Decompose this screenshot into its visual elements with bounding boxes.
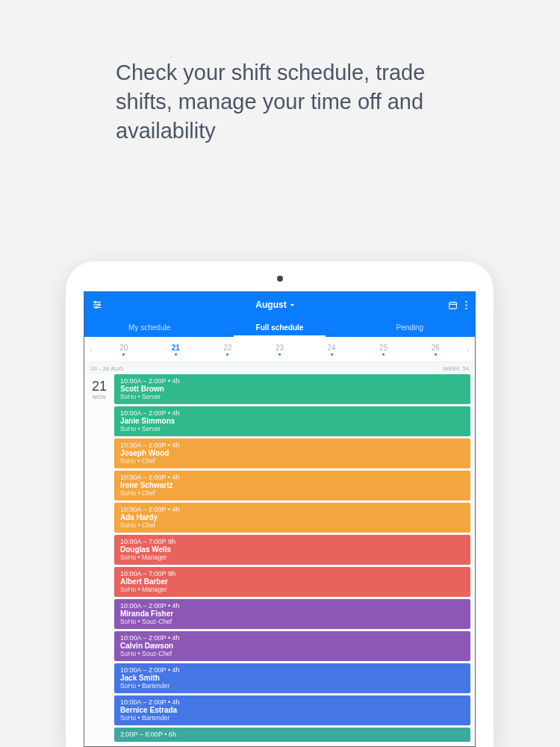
shift-time: 10:00A – 2:00P • 4h (120, 698, 464, 706)
shift-card[interactable]: 2:00P – 8:00P • 6h (114, 728, 470, 742)
tab-bar: My scheduleFull schedulePending (84, 317, 475, 337)
shift-location-role: SoHo • Chef (120, 457, 464, 465)
shift-employee: Jack Smith (120, 674, 464, 682)
date-column: 21 MON (84, 374, 114, 744)
shift-location-role: SoHo • Chef (120, 521, 464, 529)
app-screen: August My scheduleFull schedulePending ‹… (84, 291, 476, 747)
shift-employee: Joseph Wood (120, 449, 464, 457)
shift-card[interactable]: 10:00A – 7:00P 9hDouglas WellsSoHo • Man… (114, 535, 470, 565)
shift-time: 10:00A – 2:00P • 4h (120, 666, 464, 674)
day-number: 22 (202, 344, 254, 352)
app-bar: August (84, 292, 475, 317)
day-number: 23 (254, 344, 306, 352)
week-number-label: WEEK 34 (443, 365, 469, 372)
svg-point-10 (465, 300, 467, 302)
shift-location-role: SoHo • Souz-Chef (120, 618, 464, 625)
shift-employee: Janie Simmons (120, 417, 464, 425)
shift-card[interactable]: 10:00A – 2:00P • 4hScott BrownSoHo • Ser… (114, 374, 470, 404)
tab-my-schedule[interactable]: My schedule (84, 317, 214, 337)
shift-list: 10:00A – 2:00P • 4hScott BrownSoHo • Ser… (114, 374, 475, 744)
shift-location-role: SoHo • Manager (120, 554, 464, 561)
svg-point-11 (465, 304, 467, 306)
shift-employee: Douglas Wells (120, 545, 464, 554)
tab-pending[interactable]: Pending (345, 317, 475, 337)
shift-time: 10:00A – 7:00P 9h (120, 570, 464, 577)
shift-location-role: SoHo • Manager (120, 586, 464, 593)
current-date-number: 21 (84, 379, 114, 394)
shift-card[interactable]: 10:00A – 2:00P • 4hIrene SchwartzSoHo • … (114, 471, 470, 500)
day-number: 20 (98, 344, 150, 352)
shift-employee: Scott Brown (120, 385, 464, 393)
shift-card[interactable]: 10:00A – 2:00P • 4hJoseph WoodSoHo • Che… (114, 438, 470, 468)
svg-rect-6 (449, 302, 457, 309)
day-list: 20212223242526 (98, 344, 461, 356)
day-dot-icon (279, 353, 281, 356)
shift-location-role: SoHo • Server (120, 393, 464, 400)
next-week-button[interactable]: › (461, 345, 475, 354)
shift-location-role: SoHo • Bartender (120, 714, 464, 722)
tab-full-schedule[interactable]: Full schedule (214, 317, 344, 337)
day-dot-icon (435, 353, 437, 356)
shift-card[interactable]: 10:00A – 2:00P • 4hMiranda FisherSoHo • … (114, 599, 470, 629)
shift-time: 2:00P – 8:00P • 6h (120, 731, 464, 738)
day-24[interactable]: 24 (305, 344, 358, 356)
shift-time: 10:00A – 2:00P • 4h (120, 602, 464, 610)
shift-employee: Ada Hardy (120, 513, 464, 521)
day-dot-icon (226, 353, 228, 356)
shift-location-role: SoHo • Server (120, 425, 464, 433)
svg-point-12 (465, 307, 467, 309)
shift-location-role: SoHo • Bartender (120, 682, 464, 689)
day-23[interactable]: 23 (254, 344, 306, 356)
tablet-camera (277, 276, 283, 282)
month-selector[interactable]: August (255, 300, 294, 310)
shift-employee: Irene Schwartz (120, 481, 464, 489)
day-20[interactable]: 20 (98, 344, 150, 356)
day-number: 26 (409, 344, 461, 352)
calendar-today-icon[interactable] (448, 300, 458, 310)
current-day-name: MON (84, 394, 114, 400)
shift-time: 10:00A – 2:00P • 4h (120, 441, 464, 449)
shift-location-role: SoHo • Chef (120, 489, 464, 497)
shift-location-role: SoHo • Souz-Chef (120, 650, 464, 657)
day-selector-bar: ‹ 20212223242526 › (84, 337, 475, 362)
shift-employee: Bernice Estrada (120, 706, 464, 714)
day-dot-icon (331, 353, 333, 356)
shift-card[interactable]: 10:00A – 2:00P • 4hAda HardySoHo • Chef (114, 503, 470, 533)
schedule-content: 21 MON 10:00A – 2:00P • 4hScott BrownSoH… (84, 374, 475, 744)
shift-time: 10:00A – 7:00P 9h (120, 538, 464, 545)
day-dot-icon (122, 353, 125, 356)
svg-point-4 (98, 304, 99, 306)
week-info-bar: 20 - 26 AUG WEEK 34 (84, 362, 475, 374)
headline-text: Check your shift schedule, trade shifts,… (116, 58, 485, 146)
svg-point-5 (96, 306, 97, 308)
day-26[interactable]: 26 (409, 344, 461, 356)
prev-week-button[interactable]: ‹ (84, 345, 98, 354)
day-dot-icon (382, 353, 385, 356)
settings-sliders-icon[interactable] (92, 300, 102, 310)
day-number: 25 (358, 344, 410, 352)
date-range-label: 20 - 26 AUG (90, 365, 124, 372)
day-22[interactable]: 22 (202, 344, 254, 356)
shift-time: 10:00A – 2:00P • 4h (120, 634, 464, 642)
shift-card[interactable]: 10:00A – 7:00P 9hAlbert BarberSoHo • Man… (114, 567, 470, 597)
shift-employee: Miranda Fisher (120, 610, 464, 618)
chevron-down-icon (290, 303, 295, 308)
shift-employee: Albert Barber (120, 577, 464, 586)
shift-card[interactable]: 10:00A – 2:00P • 4hCalvin DawsonSoHo • S… (114, 631, 470, 661)
shift-card[interactable]: 10:00A – 2:00P • 4hJack SmithSoHo • Bart… (114, 663, 470, 693)
tablet-frame: August My scheduleFull schedulePending ‹… (66, 261, 494, 747)
shift-card[interactable]: 10:00A – 2:00P • 4hJanie SimmonsSoHo • S… (114, 406, 470, 436)
shift-employee: Calvin Dawson (120, 642, 464, 650)
day-21[interactable]: 21 (150, 344, 202, 356)
day-number: 21 (150, 344, 202, 352)
day-dot-icon (175, 353, 177, 356)
shift-time: 10:00A – 2:00P • 4h (120, 409, 464, 417)
svg-point-3 (95, 301, 96, 303)
day-25[interactable]: 25 (358, 344, 410, 356)
shift-card[interactable]: 10:00A – 2:00P • 4hBernice EstradaSoHo •… (114, 695, 470, 725)
day-number: 24 (305, 344, 358, 352)
shift-time: 10:00A – 2:00P • 4h (120, 506, 464, 513)
shift-time: 10:00A – 2:00P • 4h (120, 377, 464, 385)
shift-time: 10:00A – 2:00P • 4h (120, 474, 464, 481)
more-vert-icon[interactable] (465, 300, 467, 310)
